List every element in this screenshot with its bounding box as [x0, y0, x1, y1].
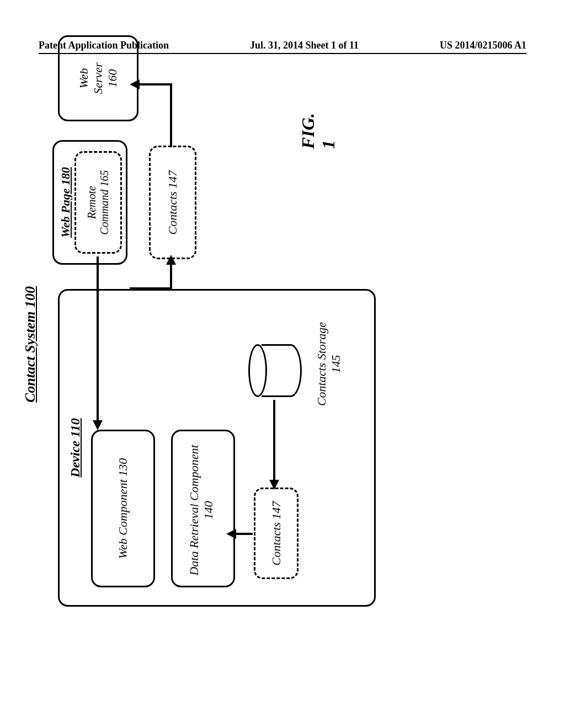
web-component-label: Web Component 130	[116, 458, 130, 559]
arrow-storage-to-contacts-head	[269, 480, 279, 490]
contacts-147-right-label: Contacts 147	[166, 170, 180, 235]
contacts-147-left: Contacts 147	[254, 488, 299, 579]
data-retrieval-label-line2: 140	[201, 501, 216, 520]
contacts-147-right: Contacts 147	[149, 146, 196, 259]
remote-command-label-2: Command 165	[98, 170, 111, 234]
figure-label: FIG. 1	[298, 113, 339, 149]
web-component-box: Web Component 130	[91, 430, 155, 587]
arrow-contacts-to-server-v	[138, 83, 172, 85]
arrow-device-to-contacts-right	[170, 262, 172, 290]
contacts-storage-cylinder	[248, 344, 302, 397]
header-right: US 2014/0215006 A1	[440, 40, 526, 51]
remote-command-label-1: Remote	[86, 186, 98, 219]
arrow-remote-to-web	[97, 256, 99, 422]
web-server-label-2: Server	[91, 62, 105, 94]
contacts-147-left-label: Contacts 147	[269, 501, 284, 566]
arrow-contacts-to-server-h	[170, 84, 172, 147]
arrow-contacts-to-retrieval-head	[226, 529, 236, 539]
header-center: Jul. 31, 2014 Sheet 1 of 11	[250, 40, 359, 51]
diagram-area: Contact System 100 FIG. 1 Device 110 Web…	[6, 149, 565, 607]
arrow-contacts-to-retrieval	[234, 533, 253, 535]
web-server-label-3: 160	[105, 69, 120, 88]
arrow-device-contacts-v	[130, 287, 172, 290]
contacts-storage-label: Contacts Storage 145	[315, 309, 343, 419]
arrow-contacts-to-server-head	[130, 79, 140, 89]
arrow-storage-to-contacts-left	[273, 400, 275, 483]
system-title: Contact System 100	[22, 286, 39, 403]
arrow-remote-to-web-head	[93, 420, 103, 430]
data-retrieval-label-line1: Data Retrieval Component	[187, 445, 201, 575]
web-server-label-1: Web	[77, 68, 91, 88]
device-label: Device 110	[68, 418, 83, 477]
web-server-box: Web Server 160	[58, 35, 138, 121]
remote-command-box: Remote Command 165	[74, 151, 122, 254]
web-page-label: Web Page 180	[58, 167, 73, 238]
data-retrieval-box: Data Retrieval Component 140	[174, 433, 229, 587]
arrow-device-to-contacts-right-head	[166, 255, 176, 265]
